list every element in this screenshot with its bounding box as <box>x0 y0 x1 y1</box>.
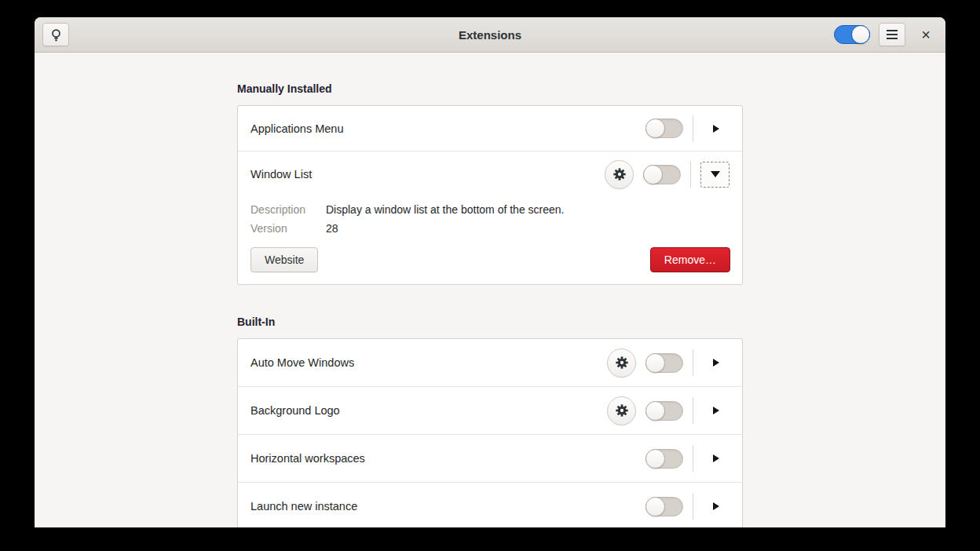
separator <box>693 493 693 520</box>
window-list-header: Window List <box>238 151 742 197</box>
remove-button[interactable]: Remove… <box>650 247 730 272</box>
extension-name: Applications Menu <box>250 122 344 135</box>
chevron-right-icon <box>713 502 719 510</box>
content-area: Manually Installed Applications Menu <box>35 53 945 527</box>
extension-row-applications-menu: Applications Menu <box>238 106 742 151</box>
section-label-manually-installed: Manually Installed <box>237 82 743 95</box>
headerbar-right-controls: × <box>834 23 938 46</box>
extension-row-horizontal-workspaces: Horizontal workspaces <box>238 435 742 482</box>
description-value: Display a window list at the bottom of t… <box>326 200 564 219</box>
global-extensions-toggle[interactable] <box>834 25 870 44</box>
close-icon: × <box>921 24 931 46</box>
applications-menu-toggle[interactable] <box>645 119 683 138</box>
chevron-right-icon <box>713 407 719 414</box>
toggle-knob <box>643 165 663 184</box>
auto-move-windows-settings-button[interactable] <box>607 348 636 378</box>
menu-button[interactable] <box>879 23 905 46</box>
extension-name: Launch new instance <box>250 500 357 513</box>
manually-installed-card: Applications Menu Wind <box>237 105 743 285</box>
auto-move-windows-expand-button[interactable] <box>703 349 730 376</box>
background-logo-toggle[interactable] <box>645 401 683 421</box>
extension-name: Horizontal workspaces <box>250 452 365 465</box>
toggle-knob <box>851 25 870 44</box>
about-button[interactable] <box>42 23 69 46</box>
website-button[interactable]: Website <box>250 247 318 272</box>
window-list-toggle[interactable] <box>643 165 681 184</box>
toggle-knob <box>645 119 665 138</box>
hamburger-icon <box>887 30 898 39</box>
window-list-details: Description Display a window list at the… <box>238 197 742 238</box>
chevron-right-icon <box>713 359 719 367</box>
extension-name: Auto Move Windows <box>250 356 354 369</box>
section-label-built-in: Built-In <box>237 316 743 328</box>
extension-row-window-list: Window List <box>238 151 742 284</box>
launch-new-instance-toggle[interactable] <box>645 497 683 516</box>
built-in-card: Auto Move Windows <box>237 338 743 527</box>
version-line: Version 28 <box>250 219 730 238</box>
chevron-right-icon <box>713 454 719 462</box>
row-controls <box>605 160 730 189</box>
screen: { "header": { "title": "Extensions", "gl… <box>0 0 980 551</box>
window-list-collapse-button[interactable] <box>700 162 730 188</box>
row-controls <box>607 396 730 425</box>
toggle-knob <box>645 449 665 469</box>
gear-icon <box>615 356 629 370</box>
extension-row-auto-move-windows: Auto Move Windows <box>238 339 742 386</box>
gear-icon <box>615 403 629 418</box>
lightbulb-icon <box>49 28 63 42</box>
window-title: Extensions <box>35 28 945 42</box>
description-label: Description <box>250 200 326 219</box>
chevron-down-icon <box>711 171 720 177</box>
separator <box>693 445 693 472</box>
row-controls <box>645 115 730 142</box>
version-value: 28 <box>326 219 338 238</box>
row-controls <box>607 348 730 378</box>
row-controls <box>645 445 730 472</box>
background-logo-settings-button[interactable] <box>607 396 636 425</box>
toggle-knob <box>645 401 665 421</box>
auto-move-windows-toggle[interactable] <box>645 353 683 373</box>
extension-row-launch-new-instance: Launch new instance <box>238 483 742 527</box>
toggle-knob <box>645 353 665 373</box>
chevron-right-icon <box>713 125 719 133</box>
background-logo-expand-button[interactable] <box>703 397 730 424</box>
applications-menu-expand-button[interactable] <box>703 115 730 142</box>
separator <box>690 161 691 188</box>
extension-name: Background Logo <box>250 404 340 417</box>
extensions-window: Extensions × Manually Installed Applicat… <box>35 17 945 527</box>
version-label: Version <box>250 219 326 238</box>
window-list-actions: Website Remove… <box>238 238 742 284</box>
separator <box>693 349 693 376</box>
extensions-list-column: Manually Installed Applications Menu <box>237 82 743 527</box>
extension-name: Window List <box>250 168 312 181</box>
gear-icon <box>612 167 627 181</box>
horizontal-workspaces-expand-button[interactable] <box>703 445 730 472</box>
extension-row-background-logo: Background Logo <box>238 387 742 434</box>
row-controls <box>645 493 730 520</box>
window-list-settings-button[interactable] <box>605 160 634 189</box>
toggle-knob <box>645 497 665 516</box>
launch-new-instance-expand-button[interactable] <box>703 493 730 520</box>
separator <box>693 115 693 142</box>
close-button[interactable]: × <box>914 23 938 46</box>
horizontal-workspaces-toggle[interactable] <box>645 449 683 469</box>
separator <box>693 397 693 424</box>
headerbar: Extensions × <box>35 17 945 53</box>
description-line: Description Display a window list at the… <box>250 200 730 219</box>
